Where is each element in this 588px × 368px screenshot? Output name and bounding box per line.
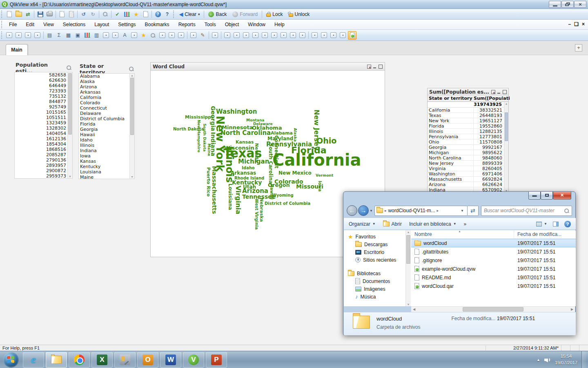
tray-expand-icon[interactable]: ▲ (537, 358, 540, 362)
list-item[interactable]: 723393 (15, 88, 67, 94)
container-icon[interactable]: ▪ (158, 31, 167, 40)
preview-pane-button[interactable] (553, 222, 559, 227)
list-item[interactable]: Delaware (79, 111, 129, 116)
reload-icon[interactable]: ⇄ (24, 10, 32, 18)
list-item[interactable]: 2900872 (15, 168, 67, 173)
print-icon[interactable] (45, 10, 54, 18)
sidebar-item-música[interactable]: ♪Música (344, 293, 405, 301)
list-item[interactable]: 2959373 (15, 173, 67, 179)
table-cell-state[interactable]: North Carolina (428, 155, 474, 160)
more-commands-chevron[interactable]: » (464, 221, 467, 227)
table-cell-value[interactable]: 12882135 (474, 129, 503, 134)
table-row[interactable]: North Carolina9848060 (428, 155, 508, 161)
cloud-word[interactable]: Puerto Rico (206, 167, 211, 197)
list-item[interactable]: Idaho (79, 137, 129, 143)
sidebar-item-bibliotecas[interactable]: Bibliotecas (344, 269, 405, 277)
menu-object[interactable]: Object (220, 20, 244, 29)
cloud-word[interactable]: Virginia (235, 186, 241, 214)
file-row[interactable]: wordCloud19/07/2017 15:51 (411, 239, 576, 247)
table-cell-value[interactable]: 9848060 (474, 155, 503, 160)
tab-main[interactable]: Main (6, 44, 28, 55)
table-cell-state[interactable]: Florida (428, 123, 474, 128)
clear-button[interactable]: ◀Clear▾ (176, 11, 203, 18)
file-row[interactable]: .gitignore19/07/2017 15:51 (411, 256, 576, 265)
sidebar-item-sitios-recientes[interactable]: Sitios recientes (344, 256, 405, 264)
table-cell-value[interactable]: 6971406 (474, 171, 503, 176)
list-item[interactable]: Louisiana (79, 169, 129, 175)
minimize-button[interactable] (549, 1, 561, 8)
explorer-close-button[interactable]: ✕ (553, 192, 571, 200)
bookmark-star-icon[interactable]: ★ (132, 10, 140, 18)
new-document-icon[interactable] (5, 10, 13, 18)
cloud-word[interactable]: Michigan (238, 159, 269, 165)
sidebar-item-descargas[interactable]: Descargas (344, 240, 405, 248)
cloud-word[interactable]: Nebraska (259, 198, 264, 222)
cloud-word[interactable]: Kansas (236, 140, 254, 144)
button-icon[interactable]: ▪ (177, 31, 185, 40)
list-item[interactable]: Iowa (79, 153, 129, 159)
line-arrow-icon[interactable]: ▪ (130, 31, 138, 40)
table-cell-value[interactable]: 6626624 (474, 182, 503, 187)
table-cell-value[interactable]: 38332521 (474, 108, 503, 112)
align-bottom-icon[interactable]: ▪ (251, 31, 260, 40)
table-scrollbar[interactable]: ▲ ▼ (504, 102, 508, 193)
table-row[interactable]: Texas26448193 (428, 113, 508, 118)
center-horizontally-icon[interactable]: ▪ (232, 31, 241, 40)
new-sheet-object-icon[interactable]: ▪ (33, 31, 42, 40)
file-row[interactable]: wordCloud.qar19/07/2017 15:51 (411, 282, 576, 290)
taskbar-excel[interactable]: X (91, 352, 113, 368)
table-cell-value[interactable]: 12773801 (474, 134, 503, 139)
list-item[interactable]: 844877 (15, 99, 67, 104)
table-cell-value[interactable]: 8899339 (474, 161, 503, 166)
design-grid-icon[interactable]: ▪ (211, 31, 219, 40)
file-row[interactable]: README.md19/07/2017 15:51 (411, 273, 576, 282)
forward-button[interactable]: →Forward (229, 11, 261, 18)
column-header-date[interactable]: Fecha de modifica... (514, 230, 576, 238)
menu-tools[interactable]: Tools (200, 20, 220, 29)
unlock-button[interactable]: Unlock (286, 11, 313, 18)
statistics-box-icon[interactable]: Σ (55, 31, 63, 40)
cloud-word[interactable]: Alaska (293, 128, 297, 142)
table-cell-state[interactable]: Pennsylvania (428, 134, 474, 139)
text-object-icon[interactable]: A (120, 31, 129, 40)
new-sheet-icon[interactable]: ▪ (5, 31, 13, 40)
list-item[interactable]: 925749 (15, 104, 67, 110)
file-row[interactable]: example-wordCloud.qvw19/07/2017 15:51 (411, 265, 576, 273)
maximize-object-icon[interactable] (379, 65, 383, 69)
list-item[interactable]: Arizona (79, 84, 129, 90)
taskbar-internet-explorer[interactable]: e (23, 352, 44, 368)
export-icon[interactable] (367, 65, 371, 69)
list-item[interactable]: California (79, 95, 129, 100)
table-row[interactable]: Illinois12882135 (428, 129, 508, 134)
slider-icon[interactable]: ▪ (111, 31, 120, 40)
help-icon[interactable]: ? (154, 10, 162, 18)
minimize-object-icon[interactable] (373, 65, 377, 69)
menu-selections[interactable]: Selections (58, 20, 90, 29)
table-cell-state[interactable]: Virginia (428, 166, 474, 171)
start-button[interactable] (3, 352, 19, 368)
list-item[interactable]: 1854304 (15, 141, 67, 147)
edit-module-icon[interactable]: ▪ (329, 31, 338, 40)
volume-icon[interactable] (544, 357, 551, 363)
taskbar-clock[interactable]: 15:54 19/07/2017 (555, 353, 577, 366)
back-button[interactable]: ←Back (205, 11, 229, 18)
sidebar-item-favoritos[interactable]: ★Favoritos (344, 233, 405, 240)
cloud-word[interactable]: South Dakota (203, 123, 206, 152)
table-cell-state[interactable]: Georgia (428, 145, 474, 150)
table-cell-value[interactable]: 9992167 (474, 145, 503, 150)
open-icon[interactable] (14, 10, 23, 18)
table-box-icon[interactable]: ▦ (64, 31, 73, 40)
table-cell-state[interactable]: Arizona (428, 182, 474, 187)
state-scrollbar[interactable]: ▲ ▼ (129, 74, 134, 179)
list-item[interactable]: Hawaii (79, 132, 129, 137)
search-icon[interactable] (129, 66, 134, 72)
explorer-maximize-button[interactable] (541, 192, 553, 200)
cloud-word[interactable]: Massachusetts (212, 166, 217, 214)
align-top-icon[interactable]: ▪ (270, 31, 278, 40)
space-vertically-icon[interactable]: ▪ (289, 31, 297, 40)
center-vertically-icon[interactable]: ▪ (261, 31, 269, 40)
list-item[interactable]: 1612136 (15, 136, 67, 141)
taskbar-outlook[interactable]: O (137, 352, 158, 368)
adjust-off-grid-icon[interactable]: ▪ (298, 31, 307, 40)
close-button[interactable]: × (574, 1, 586, 8)
